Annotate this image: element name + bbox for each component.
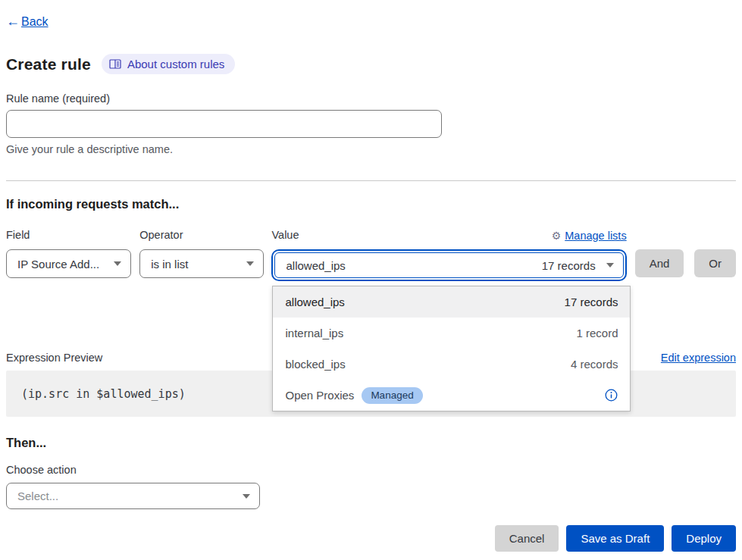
choose-action-label: Choose action bbox=[6, 464, 736, 476]
title-row: Create rule About custom rules bbox=[6, 54, 736, 74]
rule-name-helper: Give your rule a descriptive name. bbox=[6, 143, 736, 155]
and-button[interactable]: And bbox=[635, 249, 684, 277]
rule-name-label: Rule name (required) bbox=[6, 92, 736, 105]
gear-icon: ⚙ bbox=[552, 230, 562, 242]
action-select[interactable]: Select... bbox=[6, 483, 260, 509]
value-select[interactable]: allowed_ips 17 records bbox=[274, 252, 623, 278]
match-section-heading: If incoming requests match... bbox=[6, 197, 736, 211]
expression-preview-label: Expression Preview bbox=[6, 352, 102, 364]
field-label: Field bbox=[6, 229, 131, 242]
operator-column: Operator is in list bbox=[139, 229, 264, 278]
about-custom-rules-label: About custom rules bbox=[127, 58, 224, 70]
deploy-button[interactable]: Deploy bbox=[672, 525, 736, 552]
value-selected-meta: 17 records bbox=[542, 259, 596, 272]
info-icon[interactable] bbox=[605, 389, 618, 402]
field-selected-value: IP Source Add... bbox=[17, 258, 99, 271]
then-section-heading: Then... bbox=[6, 436, 736, 450]
list-option-records: 17 records bbox=[565, 296, 618, 308]
save-as-draft-button[interactable]: Save as Draft bbox=[566, 525, 664, 552]
list-option-name: allowed_ips bbox=[285, 296, 344, 308]
list-option-internal-ips[interactable]: internal_ips 1 record bbox=[273, 318, 630, 349]
page-title: Create rule bbox=[6, 55, 91, 74]
expression-code: (ip.src in $allowed_ips) bbox=[21, 387, 186, 401]
field-column: Field IP Source Add... bbox=[6, 229, 131, 278]
rule-name-input[interactable] bbox=[6, 110, 442, 138]
value-label: Value bbox=[271, 229, 299, 242]
operator-label: Operator bbox=[139, 229, 264, 242]
value-selected-name: allowed_ips bbox=[286, 259, 541, 272]
back-arrow-icon: ← bbox=[6, 14, 20, 30]
back-link[interactable]: ←Back bbox=[6, 14, 49, 30]
book-icon bbox=[109, 59, 121, 70]
condition-row: Field IP Source Add... Operator is in li… bbox=[6, 229, 736, 278]
list-option-records: 1 record bbox=[576, 327, 618, 339]
chevron-down-icon bbox=[246, 261, 254, 266]
operator-selected-value: is in list bbox=[151, 258, 188, 271]
cancel-button[interactable]: Cancel bbox=[495, 525, 559, 552]
list-option-open-proxies[interactable]: Open Proxies Managed bbox=[273, 380, 630, 411]
manage-lists-label: Manage lists bbox=[565, 230, 626, 242]
list-option-blocked-ips[interactable]: blocked_ips 4 records bbox=[273, 349, 630, 380]
create-rule-page: ←Back Create rule About custom rules Rul… bbox=[0, 0, 742, 552]
field-select[interactable]: IP Source Add... bbox=[6, 249, 131, 278]
footer-actions: Cancel Save as Draft Deploy bbox=[6, 525, 736, 552]
manage-lists-link[interactable]: ⚙ Manage lists bbox=[552, 230, 627, 242]
logic-buttons: And Or bbox=[635, 249, 736, 277]
list-option-records: 4 records bbox=[571, 358, 618, 371]
value-header: Value ⚙ Manage lists bbox=[271, 229, 626, 242]
value-column: Value ⚙ Manage lists allowed_ips 17 reco… bbox=[271, 229, 626, 278]
chevron-down-icon bbox=[606, 263, 614, 267]
list-option-allowed-ips[interactable]: allowed_ips 17 records bbox=[273, 286, 630, 318]
list-option-name: Open Proxies bbox=[285, 389, 354, 402]
action-placeholder: Select... bbox=[17, 490, 58, 502]
list-dropdown-panel: allowed_ips 17 records internal_ips 1 re… bbox=[272, 286, 631, 411]
or-button[interactable]: Or bbox=[694, 249, 736, 277]
edit-expression-link[interactable]: Edit expression bbox=[661, 352, 736, 364]
chevron-down-icon bbox=[114, 261, 121, 266]
chevron-down-icon bbox=[243, 494, 250, 499]
operator-select[interactable]: is in list bbox=[139, 249, 264, 278]
about-custom-rules-link[interactable]: About custom rules bbox=[102, 54, 235, 74]
list-option-name: blocked_ips bbox=[285, 358, 345, 371]
list-option-name: internal_ips bbox=[285, 327, 343, 339]
managed-badge: Managed bbox=[362, 387, 422, 404]
section-divider bbox=[6, 180, 736, 181]
